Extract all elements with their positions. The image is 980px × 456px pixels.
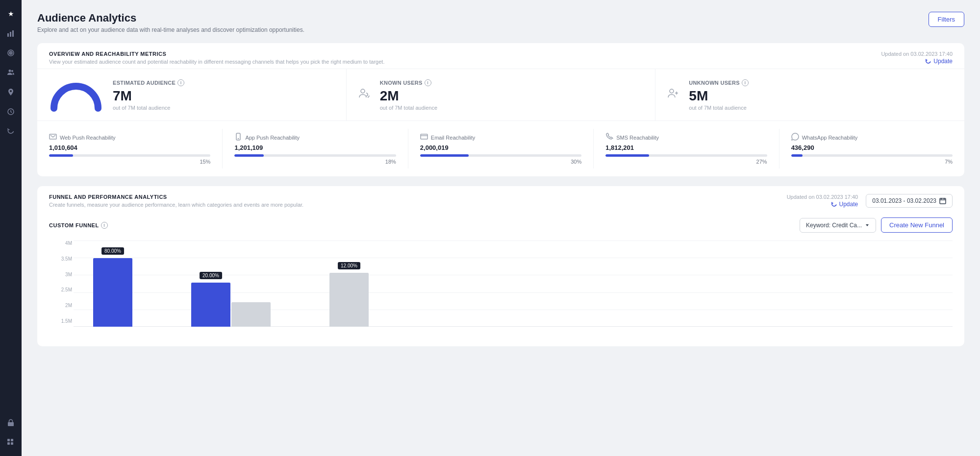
known-users-info: KNOWN USERS i 2M out of 7M total audienc… (380, 79, 437, 111)
overview-section-desc: View your estimated audience count and p… (49, 59, 384, 65)
sidebar-icon-clock[interactable] (3, 104, 19, 120)
page-title-block: Audience Analytics Explore and act on yo… (37, 12, 304, 33)
estimated-audience-value: 7M (113, 88, 184, 104)
bar-gray-2 (231, 302, 271, 327)
reach-label-3: SMS Reachability (616, 135, 659, 141)
bar-label-3: 12.00% (338, 262, 360, 269)
reach-label-4: WhatsApp Reachability (802, 135, 858, 141)
sidebar-icon-lock[interactable] (3, 415, 19, 431)
page-header: Audience Analytics Explore and act on yo… (37, 12, 964, 33)
app-push-icon (234, 133, 242, 142)
unknown-users-info-icon: i (742, 79, 749, 86)
funnel-update-info: Updated on 03.02.2023 17:40 Update (787, 194, 858, 208)
reach-label-2: Email Reachability (431, 135, 475, 141)
overview-update-info: Updated on 03.02.2023 17:40 Update (881, 51, 953, 65)
main-content: Audience Analytics Explore and act on yo… (22, 0, 980, 456)
date-range-button[interactable]: 03.01.2023 - 03.02.2023 (866, 194, 953, 208)
bar-1-blue: 80.00% (93, 258, 132, 327)
unknown-users-sub: out of 7M total audience (689, 105, 749, 111)
funnel-title-block: FUNNEL AND PERFORMANCE ANALYTICS Create … (49, 194, 303, 208)
reachability-col-0: Web Push Reachability 1,010,604 15% (37, 129, 223, 168)
known-users-icon (358, 88, 370, 102)
svg-rect-8 (7, 439, 10, 441)
unknown-users-info: UNKNOWN USERS i 5M out of 7M total audie… (689, 79, 749, 111)
sidebar: ★ (0, 0, 22, 456)
svg-rect-10 (7, 442, 10, 445)
overview-title-block: OVERVIEW AND REACHABILITY METRICS View y… (49, 51, 384, 65)
progress-fill-2 (420, 154, 469, 157)
progress-pct-1: 18% (234, 159, 396, 165)
progress-fill-4 (791, 154, 803, 157)
unknown-users-icon (667, 88, 679, 102)
funnel-card: FUNNEL AND PERFORMANCE ANALYTICS Create … (37, 186, 964, 346)
bar-gray-3 (329, 273, 369, 327)
sidebar-icon-grid[interactable] (3, 434, 19, 450)
known-users-sub: out of 7M total audience (380, 105, 437, 111)
reachability-col-4: WhatsApp Reachability 436,290 7% (779, 129, 964, 168)
svg-rect-2 (12, 30, 14, 37)
reach-value-3: 1,812,201 (605, 144, 767, 151)
reach-label-row-2: Email Reachability (420, 133, 581, 142)
known-users-col: KNOWN USERS i 2M out of 7M total audienc… (346, 69, 655, 120)
reach-label-row-4: WhatsApp Reachability (791, 133, 953, 142)
overview-update-button[interactable]: Update (925, 58, 953, 65)
calendar-icon (939, 197, 946, 204)
bar-group-1: 80.00% (93, 258, 132, 327)
reachability-col-2: Email Reachability 2,000,019 30% (408, 129, 594, 168)
overview-section-title: OVERVIEW AND REACHABILITY METRICS (49, 51, 384, 57)
unknown-users-label: UNKNOWN USERS i (689, 79, 749, 86)
svg-rect-11 (11, 442, 13, 445)
svg-point-18 (238, 139, 239, 139)
progress-fill-1 (234, 154, 263, 157)
svg-rect-0 (7, 33, 9, 37)
progress-fill-3 (605, 154, 649, 157)
sidebar-icon-refresh[interactable] (3, 123, 19, 139)
sidebar-icon-chart[interactable] (3, 25, 19, 41)
sidebar-icon-target[interactable] (3, 45, 19, 61)
chevron-down-icon (865, 223, 870, 228)
audience-row: ESTIMATED AUDIENCE i 7M out of 7M total … (37, 69, 964, 121)
bar-group-3: 12.00% (329, 273, 369, 327)
sidebar-icon-users[interactable] (3, 65, 19, 80)
filters-button[interactable]: Filters (929, 12, 964, 27)
bar-blue-2 (191, 283, 230, 327)
reach-value-1: 1,201,109 (234, 144, 396, 151)
keyword-dropdown-button[interactable]: Keyword: Credit Ca... (800, 218, 876, 233)
gauge-chart (49, 79, 103, 111)
bar-label-1: 80.00% (101, 247, 124, 255)
sidebar-icon-location[interactable] (3, 84, 19, 100)
bar-chart: 4M 3.5M 3M 2.5M 2M 1.5M (49, 240, 953, 338)
overview-card: OVERVIEW AND REACHABILITY METRICS View y… (37, 43, 964, 176)
whatsapp-icon (791, 133, 799, 142)
create-funnel-button[interactable]: Create New Funnel (881, 217, 953, 233)
bar-blue (93, 258, 132, 327)
funnel-update-row: Updated on 03.02.2023 17:40 Update 03.01… (787, 194, 953, 208)
svg-rect-7 (8, 422, 14, 426)
svg-rect-9 (11, 439, 13, 441)
known-users-info-icon: i (425, 79, 431, 86)
reach-value-2: 2,000,019 (420, 144, 581, 151)
estimated-audience-info-icon: i (177, 79, 184, 86)
svg-point-13 (670, 89, 674, 93)
bar-group-2: 20.00% (191, 283, 271, 327)
funnel-timestamp: Updated on 03.02.2023 17:40 (787, 194, 858, 200)
bars-container: 80.00% 20.00% 12.00% (74, 240, 953, 327)
estimated-audience-info: ESTIMATED AUDIENCE i 7M out of 7M total … (113, 79, 184, 111)
progress-bar-2 (420, 154, 581, 157)
progress-bar-4 (791, 154, 953, 157)
sms-icon (605, 133, 613, 142)
unknown-users-col: UNKNOWN USERS i 5M out of 7M total audie… (655, 69, 964, 120)
progress-fill-0 (49, 154, 73, 157)
custom-funnel-info-icon: i (101, 222, 108, 229)
web-push-icon (49, 133, 57, 142)
reach-value-0: 1,010,604 (49, 144, 210, 151)
svg-rect-16 (50, 134, 56, 139)
progress-pct-3: 27% (605, 159, 767, 165)
progress-pct-4: 7% (791, 159, 953, 165)
page-title: Audience Analytics (37, 12, 304, 24)
funnel-controls: Keyword: Credit Ca... Create New Funnel (800, 217, 953, 233)
funnel-update-button[interactable]: Update (831, 201, 858, 208)
progress-bar-0 (49, 154, 210, 157)
custom-funnel-header: CUSTOM FUNNEL i Keyword: Credit Ca... Cr… (49, 217, 953, 233)
sidebar-icon-star[interactable]: ★ (3, 6, 19, 22)
